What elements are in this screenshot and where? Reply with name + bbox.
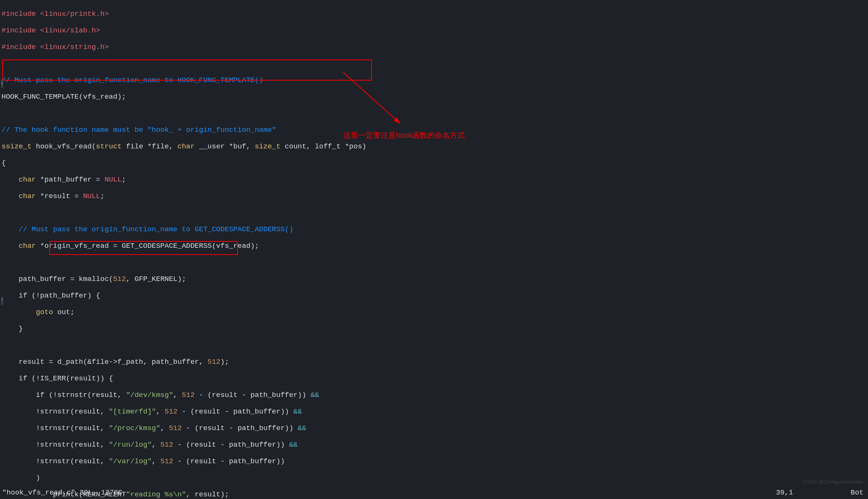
include-path: <linux/slab.h>	[36, 26, 100, 35]
code-editor[interactable]: #include <linux/printk.h> #include <linu…	[0, 0, 868, 499]
string-literal: "/dev/kmsg"	[126, 391, 173, 399]
preproc-include: #include	[2, 43, 36, 51]
include-path: <linux/string.h>	[36, 43, 109, 51]
keyword-goto: goto	[36, 308, 53, 316]
type-sizet: size_t	[255, 142, 280, 151]
vim-status-bar: "hook_vfs_read.c" 39L, 1378C 39,1 Bot	[2, 488, 866, 497]
type-char: char	[178, 142, 195, 151]
number-literal: 512	[113, 275, 126, 283]
fold-marker: i	[1, 79, 3, 88]
status-scroll: Bot	[851, 488, 863, 497]
preproc-include: #include	[2, 26, 36, 35]
fold-marker: "	[1, 297, 3, 305]
code-line: HOOK_FUNC_TEMPLATE(vfs_read);	[2, 93, 866, 101]
annotation-text: 这里一定要注意hook函数的命名方式	[343, 131, 465, 139]
operator-and: &&	[311, 391, 319, 399]
comment: // Must pass the origin_function_name to…	[2, 76, 263, 84]
func-name: hook_vfs_read(	[32, 142, 96, 151]
watermark-text: CSDN @Configure-Handler	[803, 478, 863, 486]
preproc-include: #include	[2, 10, 36, 18]
comment: // The hook function name must be "hook_…	[2, 126, 276, 134]
type-ssizet: ssize_t	[2, 142, 32, 151]
null-literal: NULL	[105, 175, 122, 184]
comment: // Must pass the origin_function_name to…	[19, 225, 294, 233]
status-cursor-pos: 39,1	[776, 488, 793, 497]
keyword-struct: struct	[96, 142, 122, 151]
status-file-info: "hook_vfs_read.c" 39L, 1378C	[2, 488, 122, 497]
include-path: <linux/printk.h>	[36, 10, 109, 18]
